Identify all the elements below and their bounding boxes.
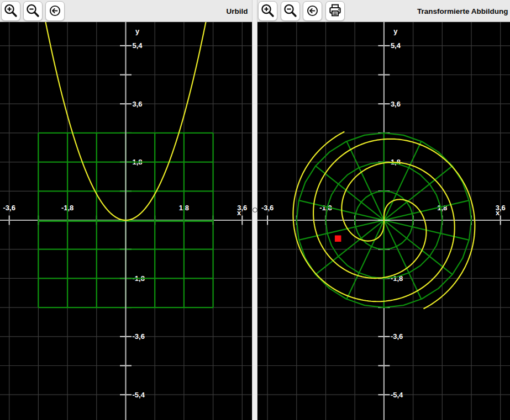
left-toolbar: Urbild xyxy=(0,0,252,22)
applet-window: Urbild -3,6-1,81,83,65,43,61,8-1,8-3,6-5… xyxy=(0,0,510,420)
image-panel: Transformierte Abbildung -3,6-1,81,83,65… xyxy=(257,0,510,420)
panel-title-right: Transformierte Abbildung xyxy=(417,0,508,22)
y-tick-label: -5,4 xyxy=(390,391,403,399)
y-tick-label: 5,4 xyxy=(133,41,143,50)
y-tick-label: 5,4 xyxy=(390,41,401,50)
plot-line xyxy=(13,12,16,16)
plot-line xyxy=(270,12,273,16)
preimage-panel: Urbild -3,6-1,81,83,65,43,61,8-1,8-3,6-5… xyxy=(0,0,252,420)
panel-title-left: Urbild xyxy=(227,0,248,22)
preimage-canvas: -3,6-1,81,83,65,43,61,8-1,8-3,6-5,4yx xyxy=(0,22,252,420)
y-axis-letter: y xyxy=(135,27,140,35)
back-button[interactable] xyxy=(45,1,65,21)
y-axis-letter: y xyxy=(393,27,398,35)
x-tick-label: -3,6 xyxy=(3,204,15,212)
image-canvas: -3,6-1,81,83,65,43,61,8-1,8-3,6-5,4yx xyxy=(257,22,510,420)
back-icon xyxy=(305,3,320,18)
right-toolbar: Transformierte Abbildung xyxy=(257,0,510,22)
x-axis-letter: x xyxy=(237,209,241,217)
zoom-in-button-right[interactable] xyxy=(258,1,277,21)
back-button-right[interactable] xyxy=(303,1,322,21)
back-icon xyxy=(48,3,62,18)
x-axis-letter: x xyxy=(495,209,500,217)
zoom-out-button[interactable] xyxy=(23,1,43,21)
print-button[interactable] xyxy=(325,1,345,21)
zoom-in-icon xyxy=(3,3,18,18)
plot-shape xyxy=(338,9,339,10)
x-tick-label: -3,6 xyxy=(261,204,273,212)
zoom-out-icon xyxy=(25,3,40,18)
zoom-in-icon xyxy=(260,3,275,18)
plot-shape xyxy=(332,11,338,15)
zoom-in-button[interactable] xyxy=(1,1,20,21)
print-icon xyxy=(328,3,343,18)
zoom-out-button-right[interactable] xyxy=(281,1,300,21)
plot-line xyxy=(292,12,295,16)
y-tick-label: -5,4 xyxy=(133,391,145,399)
y-tick-label: -3,6 xyxy=(133,332,145,341)
drag-point-marker[interactable] xyxy=(334,235,341,242)
y-tick-label: -3,6 xyxy=(390,332,402,341)
preimage-plot[interactable]: -3,6-1,81,83,65,43,61,8-1,8-3,6-5,4yx xyxy=(0,22,252,420)
y-tick-label: 3,6 xyxy=(390,100,400,108)
zoom-out-icon xyxy=(283,3,298,18)
image-plot[interactable]: -3,6-1,81,83,65,43,61,8-1,8-3,6-5,4yx xyxy=(257,22,510,420)
plot-line xyxy=(35,12,38,16)
pane-divider[interactable] xyxy=(252,0,257,420)
y-tick-label: 3,6 xyxy=(133,100,143,108)
